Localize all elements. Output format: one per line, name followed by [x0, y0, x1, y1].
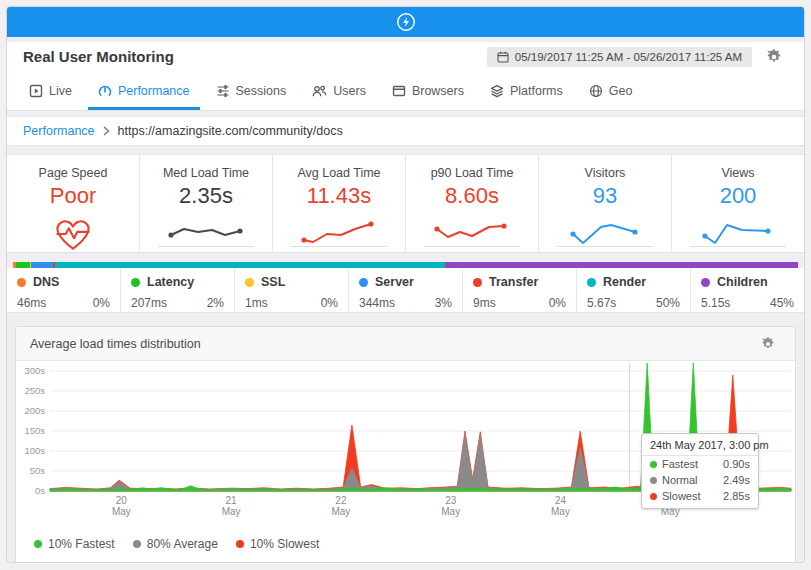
gear-icon [766, 49, 782, 65]
card-label: p90 Load Time [406, 166, 538, 180]
timing-percent: 0% [549, 296, 566, 310]
svg-text:May: May [331, 506, 350, 517]
svg-text:200s: 200s [24, 405, 45, 416]
card-value: 2.35s [140, 183, 272, 209]
timing-value: 46ms [17, 296, 46, 310]
rum-dashboard-window: Real User Monitoring 05/19/2017 11:25 AM… [6, 6, 805, 563]
tab-sessions[interactable]: Sessions [206, 77, 297, 110]
main-tabs: Live Performance Sessions Users Browsers… [7, 77, 804, 110]
summary-cards-row: Page Speed Poor Med Load Time 2.35s Avg … [7, 154, 804, 253]
timing-percent: 45% [770, 296, 794, 310]
breadcrumb-performance-link[interactable]: Performance [23, 124, 95, 138]
legend-item-slowest[interactable]: 10% Slowest [236, 537, 319, 551]
panel-title: Average load times distribution [30, 337, 747, 351]
legend-item-fastest[interactable]: 10% Fastest [34, 537, 115, 551]
fastest-dot-icon [650, 461, 657, 468]
legend-slowest-dot-icon [236, 540, 244, 548]
timing-percent: 2% [207, 296, 224, 310]
timing-cell-server: Server 344ms3% [348, 268, 462, 312]
latency-dot-icon [131, 278, 140, 287]
card-label: Avg Load Time [273, 166, 405, 180]
timing-cell-ssl: SSL 1ms0% [234, 268, 348, 312]
timing-cell-children: Children 5.15s45% [690, 268, 804, 312]
calendar-icon [497, 51, 509, 63]
breadcrumb-url: https://amazingsite.com/community/docs [118, 124, 343, 138]
svg-text:24: 24 [555, 495, 567, 506]
legend-average-dot-icon [133, 540, 141, 548]
tab-users[interactable]: Users [302, 77, 376, 110]
heartbeat-icon [7, 212, 139, 256]
timing-cell-render: Render 5.67s50% [576, 268, 690, 312]
svg-text:100s: 100s [24, 445, 45, 456]
gear-icon [761, 337, 775, 351]
chart-legend: 10% Fastest 80% Average 10% Slowest [16, 519, 795, 563]
svg-text:22: 22 [335, 495, 347, 506]
tab-browsers[interactable]: Browsers [382, 77, 474, 110]
card-value: 200 [672, 183, 804, 209]
card-value: Poor [7, 183, 139, 209]
svg-text:50s: 50s [30, 465, 46, 476]
svg-text:250s: 250s [24, 385, 45, 396]
settings-button[interactable] [766, 49, 782, 65]
tab-platforms[interactable]: Platforms [480, 77, 573, 110]
sessions-icon [216, 84, 230, 98]
transfer-dot-icon [473, 278, 482, 287]
svg-text:May: May [112, 506, 131, 517]
panel-settings-button[interactable] [761, 337, 775, 351]
top-app-bar [7, 7, 804, 37]
load-times-chart[interactable]: 0s50s100s150s200s250s300s20May21May22May… [16, 361, 795, 519]
timing-value: 5.67s [587, 296, 616, 310]
breadcrumb: Performance https://amazingsite.com/comm… [7, 116, 804, 146]
svg-text:May: May [222, 506, 241, 517]
users-icon [312, 84, 327, 98]
card-value: 11.43s [273, 183, 405, 209]
card-label: Page Speed [7, 166, 139, 180]
dns-dot-icon [17, 278, 26, 287]
tab-live[interactable]: Live [19, 77, 82, 110]
card-value: 93 [539, 183, 671, 209]
svg-text:21: 21 [226, 495, 238, 506]
card-views: Views 200 [671, 155, 804, 252]
performance-gauge-icon [98, 84, 112, 98]
lightning-icon[interactable] [395, 11, 417, 33]
sparkline-chart [567, 221, 643, 247]
timing-breakdown-row: DNS 46ms0% Latency 207ms2% SSL 1ms0% Ser… [7, 268, 804, 313]
tab-performance[interactable]: Performance [88, 77, 200, 110]
sparkline-chart [168, 221, 244, 247]
card-avg-load-time: Avg Load Time 11.43s [272, 155, 405, 252]
date-range-picker[interactable]: 05/19/2017 11:25 AM - 05/26/2017 11:25 A… [487, 47, 752, 67]
tooltip-title: 24th May 2017, 3:00 pm [642, 434, 758, 456]
timing-percent: 0% [321, 296, 338, 310]
browser-icon [392, 84, 406, 98]
chart-tooltip: 24th May 2017, 3:00 pm Fastest0.90s Norm… [641, 433, 759, 509]
svg-text:300s: 300s [24, 365, 45, 376]
page-title: Real User Monitoring [23, 48, 487, 65]
legend-fastest-dot-icon [34, 540, 42, 548]
timing-value: 9ms [473, 296, 496, 310]
timing-cell-dns: DNS 46ms0% [7, 268, 120, 312]
platforms-icon [490, 84, 504, 98]
card-label: Visitors [539, 166, 671, 180]
header-block: Real User Monitoring 05/19/2017 11:25 AM… [7, 42, 804, 111]
timing-cell-latency: Latency 207ms2% [120, 268, 234, 312]
timing-percent: 0% [93, 296, 110, 310]
card-med-load-time: Med Load Time 2.35s [139, 155, 272, 252]
card-p90-load-time: p90 Load Time 8.60s [405, 155, 538, 252]
normal-dot-icon [650, 477, 657, 484]
svg-text:150s: 150s [24, 425, 45, 436]
chevron-right-icon [103, 126, 110, 136]
timing-cell-transfer: Transfer 9ms0% [462, 268, 576, 312]
card-visitors: Visitors 93 [538, 155, 671, 252]
timing-percent: 3% [435, 296, 452, 310]
sparkline-chart [700, 221, 776, 247]
sparkline-chart [434, 221, 510, 247]
card-page-speed: Page Speed Poor [7, 155, 139, 252]
server-dot-icon [359, 278, 368, 287]
tab-geo[interactable]: Geo [579, 77, 643, 110]
svg-text:23: 23 [445, 495, 457, 506]
slowest-dot-icon [650, 493, 657, 500]
children-dot-icon [701, 278, 710, 287]
card-label: Views [672, 166, 804, 180]
render-dot-icon [587, 278, 596, 287]
legend-item-average[interactable]: 80% Average [133, 537, 218, 551]
